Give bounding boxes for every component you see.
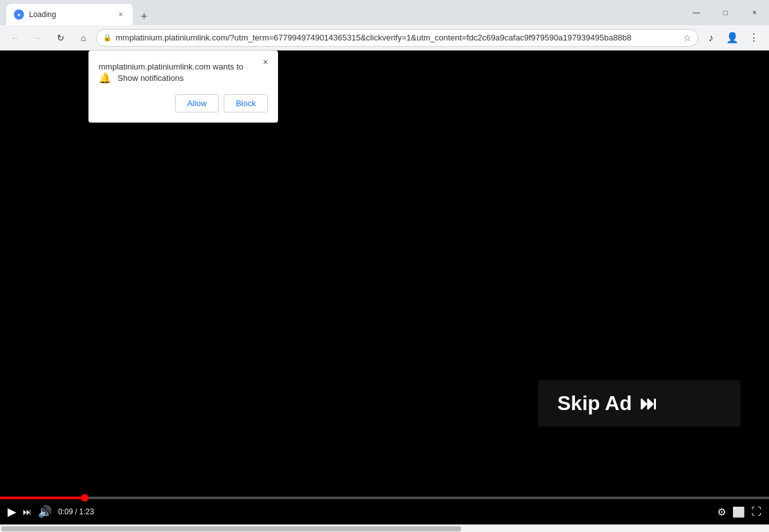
forward-button[interactable]: → xyxy=(28,28,48,48)
minimize-button[interactable]: — xyxy=(682,0,711,25)
tab-title: Loading xyxy=(29,10,110,19)
nav-bar: ← → ↻ ⌂ 🔒 mmplatinium.platiniumlink.com/… xyxy=(0,25,769,51)
active-tab[interactable]: ● Loading × xyxy=(6,4,133,25)
bookmark-icon[interactable]: ☆ xyxy=(683,33,691,43)
menu-button[interactable]: ⋮ xyxy=(744,28,764,48)
reload-button[interactable]: ↻ xyxy=(51,28,71,48)
bell-icon: 🔔 xyxy=(99,72,111,84)
maximize-button[interactable]: □ xyxy=(711,0,740,25)
popup-actions: Allow Block xyxy=(99,94,268,112)
volume-button[interactable]: 🔊 xyxy=(38,505,52,519)
tab-close-button[interactable]: × xyxy=(115,9,126,20)
scrollbar-area[interactable] xyxy=(0,524,769,532)
skip-ad-button[interactable]: Skip Ad ⏭ xyxy=(538,380,741,426)
time-display: 0:09 / 1:23 xyxy=(58,507,94,516)
scrollbar-thumb[interactable] xyxy=(1,526,461,531)
chrome-window: ● Loading × + — □ × ← → ↻ ⌂ 🔒 mmplatiniu… xyxy=(0,0,769,532)
new-tab-button[interactable]: + xyxy=(135,8,153,25)
popup-close-button[interactable]: × xyxy=(259,56,272,68)
popup-title: mmplatinium.platiniumlink.com wants to xyxy=(99,62,243,71)
window-controls: — □ × xyxy=(682,0,769,25)
skip-ad-text: Skip Ad xyxy=(557,392,632,415)
next-button[interactable]: ⏭ xyxy=(23,507,32,517)
play-button[interactable]: ▶ xyxy=(8,505,16,519)
account-button[interactable]: 👤 xyxy=(722,28,742,48)
back-button[interactable]: ← xyxy=(5,28,25,48)
block-button[interactable]: Block xyxy=(224,94,268,112)
music-button[interactable]: ♪ xyxy=(701,28,721,48)
popup-notification-row: 🔔 Show notifications xyxy=(99,72,268,84)
allow-button[interactable]: Allow xyxy=(175,94,219,112)
home-button[interactable]: ⌂ xyxy=(73,28,94,48)
url-text: mmplatinium.platiniumlink.com/?utm_term=… xyxy=(116,33,679,42)
close-button[interactable]: × xyxy=(740,0,769,25)
address-bar[interactable]: 🔒 mmplatinium.platiniumlink.com/?utm_ter… xyxy=(96,29,698,47)
tab-favicon: ● xyxy=(14,9,24,20)
nav-right-buttons: ♪ 👤 ⋮ xyxy=(701,28,764,48)
theater-button[interactable]: ⬜ xyxy=(732,506,745,518)
permission-popup: mmplatinium.platiniumlink.com wants to ×… xyxy=(88,51,278,123)
fullscreen-button[interactable]: ⛶ xyxy=(751,506,761,517)
video-controls: ▶ ⏭ 🔊 0:09 / 1:23 ⚙ ⬜ ⛶ xyxy=(0,499,769,524)
notification-label: Show notifications xyxy=(118,73,184,83)
title-bar: ● Loading × + — □ × xyxy=(0,0,769,25)
settings-button[interactable]: ⚙ xyxy=(717,506,726,518)
skip-arrow-icon: ⏭ xyxy=(639,393,657,414)
tab-strip: ● Loading × + xyxy=(0,0,682,25)
content-area: mmplatinium.platiniumlink.com wants to ×… xyxy=(0,51,769,524)
lock-icon: 🔒 xyxy=(103,33,112,42)
